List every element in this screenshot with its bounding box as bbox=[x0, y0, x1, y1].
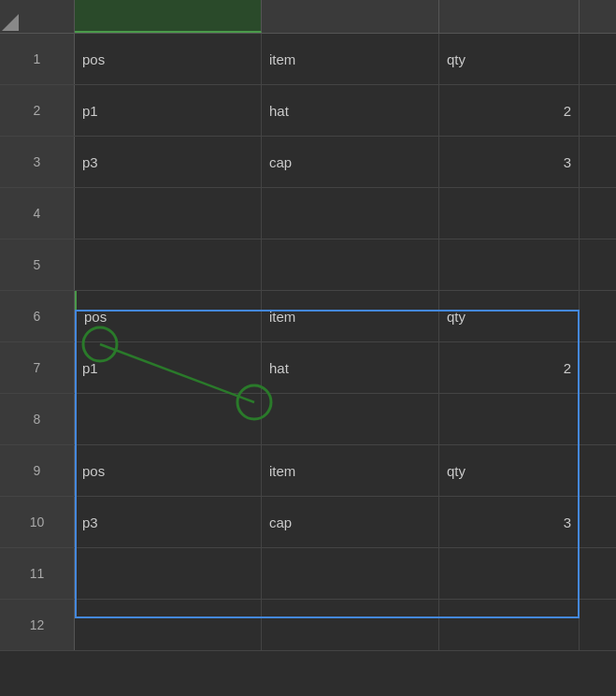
cell-a-8[interactable] bbox=[75, 394, 262, 444]
cell-a-2[interactable]: p1 bbox=[75, 85, 262, 136]
row-number-2: 2 bbox=[0, 85, 75, 136]
cell-c-9[interactable]: qty bbox=[439, 445, 580, 496]
cell-a-11[interactable] bbox=[75, 548, 262, 599]
cell-b-9[interactable]: item bbox=[262, 445, 439, 496]
cell-b-1[interactable]: item bbox=[262, 34, 439, 84]
cell-c-12[interactable] bbox=[439, 600, 580, 650]
cell-c-8[interactable] bbox=[439, 394, 580, 444]
cell-c-3[interactable]: 3 bbox=[439, 137, 580, 187]
select-all-triangle bbox=[2, 14, 19, 31]
row-1[interactable]: 1positemqty bbox=[0, 34, 616, 85]
cell-b-8[interactable] bbox=[262, 394, 439, 444]
cell-c-10[interactable]: 3 bbox=[439, 497, 580, 547]
column-header-c[interactable] bbox=[439, 0, 580, 33]
cell-c-6[interactable]: qty bbox=[439, 291, 580, 341]
row-number-1: 1 bbox=[0, 34, 75, 84]
row-7[interactable]: 7p1hat2 bbox=[0, 342, 616, 394]
cell-b-12[interactable] bbox=[262, 600, 439, 650]
column-header-a[interactable] bbox=[75, 0, 262, 33]
row-12[interactable]: 12 bbox=[0, 600, 616, 651]
cell-a-12[interactable] bbox=[75, 600, 262, 650]
cell-c-1[interactable]: qty bbox=[439, 34, 580, 84]
cell-c-2[interactable]: 2 bbox=[439, 85, 580, 136]
grid-container: 1positemqty2p1hat23p3cap3456positemqty7p… bbox=[0, 34, 616, 696]
cell-a-9[interactable]: pos bbox=[75, 445, 262, 496]
column-header-row bbox=[0, 0, 616, 34]
row-number-10: 10 bbox=[0, 497, 75, 547]
cell-b-7[interactable]: hat bbox=[262, 342, 439, 393]
row-number-8: 8 bbox=[0, 394, 75, 444]
row-number-11: 11 bbox=[0, 548, 75, 599]
cell-b-5[interactable] bbox=[262, 239, 439, 290]
cell-c-7[interactable]: 2 bbox=[439, 342, 580, 393]
row-number-6: 6 bbox=[0, 291, 75, 341]
cell-b-4[interactable] bbox=[262, 188, 439, 239]
cell-b-6[interactable]: item bbox=[262, 291, 439, 341]
corner-cell[interactable] bbox=[0, 0, 75, 33]
row-11[interactable]: 11 bbox=[0, 548, 616, 600]
cell-a-1[interactable]: pos bbox=[75, 34, 262, 84]
cell-b-10[interactable]: cap bbox=[262, 497, 439, 547]
row-2[interactable]: 2p1hat2 bbox=[0, 85, 616, 137]
cell-c-11[interactable] bbox=[439, 548, 580, 599]
column-header-b[interactable] bbox=[262, 0, 439, 33]
row-10[interactable]: 10p3cap3 bbox=[0, 497, 616, 548]
row-number-9: 9 bbox=[0, 445, 75, 496]
row-number-3: 3 bbox=[0, 137, 75, 187]
cell-b-3[interactable]: cap bbox=[262, 137, 439, 187]
row-3[interactable]: 3p3cap3 bbox=[0, 137, 616, 188]
row-5[interactable]: 5 bbox=[0, 239, 616, 291]
row-number-5: 5 bbox=[0, 239, 75, 290]
cell-c-5[interactable] bbox=[439, 239, 580, 290]
cell-a-3[interactable]: p3 bbox=[75, 137, 262, 187]
row-6[interactable]: 6positemqty bbox=[0, 291, 616, 342]
cell-a-4[interactable] bbox=[75, 188, 262, 239]
cell-a-10[interactable]: p3 bbox=[75, 497, 262, 547]
cell-a-5[interactable] bbox=[75, 239, 262, 290]
row-8[interactable]: 8 bbox=[0, 394, 616, 445]
cell-b-2[interactable]: hat bbox=[262, 85, 439, 136]
cell-a-6[interactable]: pos bbox=[75, 291, 262, 341]
row-4[interactable]: 4 bbox=[0, 188, 616, 239]
spreadsheet: 1positemqty2p1hat23p3cap3456positemqty7p… bbox=[0, 0, 616, 696]
grid-rows: 1positemqty2p1hat23p3cap3456positemqty7p… bbox=[0, 34, 616, 651]
row-number-12: 12 bbox=[0, 600, 75, 650]
row-9[interactable]: 9positemqty bbox=[0, 445, 616, 497]
row-number-4: 4 bbox=[0, 188, 75, 239]
cell-b-11[interactable] bbox=[262, 548, 439, 599]
cell-a-7[interactable]: p1 bbox=[75, 342, 262, 393]
row-number-7: 7 bbox=[0, 342, 75, 393]
cell-c-4[interactable] bbox=[439, 188, 580, 239]
